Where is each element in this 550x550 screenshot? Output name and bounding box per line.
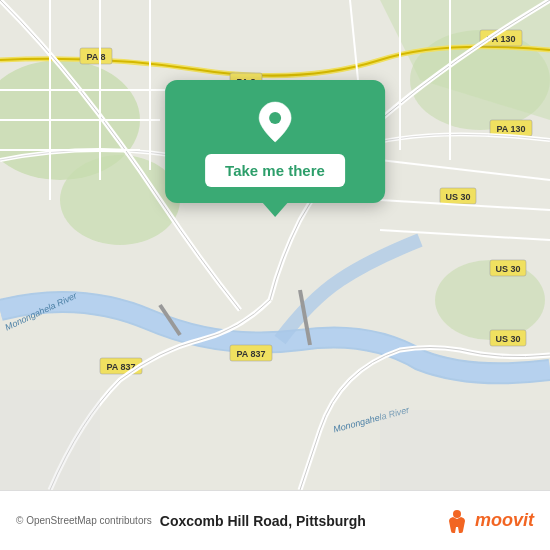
map-container: PA 8 PA 8 PA 130 PA 130 US 30 US 30 US 3… [0,0,550,490]
svg-text:PA 130: PA 130 [496,124,525,134]
attribution-text: © OpenStreetMap contributors [16,515,152,526]
take-me-there-button[interactable]: Take me there [205,154,345,187]
bottom-bar: © OpenStreetMap contributors Coxcomb Hil… [0,490,550,550]
svg-text:US 30: US 30 [495,334,520,344]
svg-point-30 [269,112,281,124]
moovit-icon [443,507,471,535]
svg-text:PA 8: PA 8 [86,52,105,62]
svg-text:PA 837: PA 837 [236,349,265,359]
svg-text:US 30: US 30 [495,264,520,274]
svg-point-31 [453,510,461,518]
svg-text:US 30: US 30 [445,192,470,202]
moovit-logo: moovit [443,507,534,535]
svg-rect-28 [0,390,100,490]
moovit-brand-text: moovit [475,510,534,531]
popup-card: Take me there [165,80,385,203]
location-name: Coxcomb Hill Road, Pittsburgh [160,513,443,529]
svg-rect-29 [380,410,550,490]
location-pin-icon [253,100,297,144]
